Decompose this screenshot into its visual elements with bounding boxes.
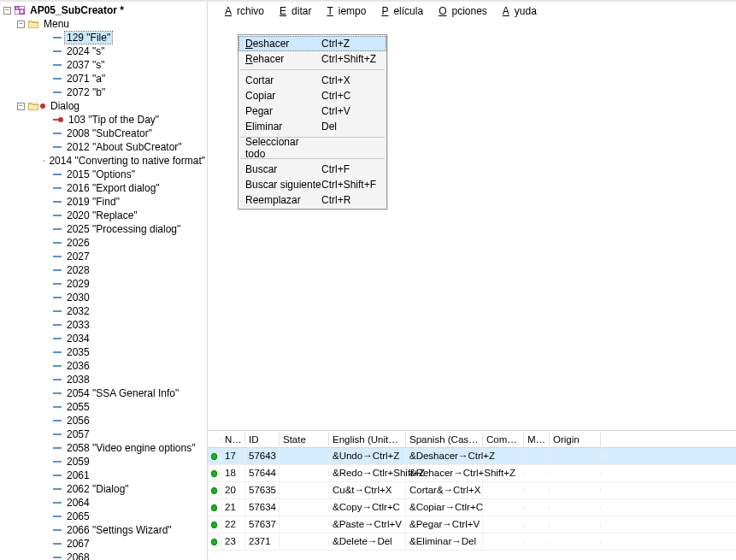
dropdown-item[interactable]: Buscar siguienteCtrl+Shift+F — [238, 177, 386, 192]
tree-item-label[interactable]: 2065 — [65, 510, 91, 522]
dropdown-item[interactable]: DeshacerCtrl+Z — [238, 36, 386, 51]
grid-row[interactable]: 2057635Cu&t→Ctrl+XCortar&→Ctrl+X — [208, 482, 736, 499]
cell-n: 18 — [221, 465, 245, 481]
grid-column-header[interactable]: State — [280, 433, 329, 446]
tree-item-label[interactable]: 2015 "Options" — [65, 168, 137, 180]
tree-panel[interactable]: −AP05_SubCreator *−Menu129 "File"2024 "s… — [0, 2, 208, 560]
tree-item-label[interactable]: Menu — [42, 18, 71, 30]
grid-column-header[interactable]: N… — [221, 433, 245, 446]
status-flag — [208, 519, 221, 531]
resource-icon — [53, 297, 62, 298]
tree-item-label[interactable]: 2038 — [65, 374, 91, 386]
tree-item-label[interactable]: 2059 — [65, 456, 91, 468]
tree-item-label[interactable]: 2057 — [65, 428, 91, 440]
tree-toggle[interactable]: − — [17, 103, 25, 110]
tree-item-label[interactable]: 2014 "Converting to native format" — [47, 155, 207, 167]
dropdown-item[interactable]: Seleccionar todo — [238, 140, 386, 156]
tree-item-label[interactable]: 2036 — [65, 360, 91, 372]
tree-item-label[interactable]: 2024 "s" — [65, 45, 107, 57]
dropdown-item[interactable]: RehacerCtrl+Shift+Z — [238, 51, 386, 67]
tree-item-label[interactable]: 2012 "About SubCreator" — [65, 141, 184, 153]
tree-item-label[interactable]: 2032 — [65, 305, 91, 317]
cell-comm — [483, 488, 524, 493]
tree-item-label[interactable]: AP05_SubCreator * — [28, 4, 126, 16]
tree-item-label[interactable]: 2067 — [65, 538, 91, 550]
tree-item-label[interactable]: 2056 — [65, 415, 91, 427]
grid-column-header[interactable]: ID — [245, 433, 280, 446]
dropdown-item[interactable]: ReemplazarCtrl+R — [238, 192, 386, 208]
menu-item[interactable]: Ayuda — [492, 3, 542, 19]
resource-icon — [53, 187, 62, 189]
tree-item-label[interactable]: 103 "Tip of the Day" — [67, 114, 161, 126]
resource-icon — [53, 91, 62, 93]
grid-column-header[interactable]: English (Unit… — [329, 433, 406, 446]
tree-item-label[interactable]: 2054 "SSA General Info" — [65, 387, 180, 399]
tree-item-label[interactable]: 2026 — [65, 237, 91, 249]
tree-item-label[interactable]: 2030 — [65, 292, 91, 304]
grid-column-header[interactable]: Spanish (Cast… — [406, 433, 483, 446]
dropdown-item[interactable]: CopiarCtrl+C — [238, 88, 386, 103]
tree-item-label[interactable]: 2064 — [65, 497, 91, 509]
cell-comm — [483, 454, 524, 459]
resource-icon — [53, 78, 62, 80]
menu-item[interactable]: Tiempo — [316, 3, 371, 19]
tree-toggle[interactable]: − — [17, 21, 25, 28]
tree-item-label[interactable]: 2025 "Processing dialog" — [65, 223, 182, 235]
resource-icon — [53, 50, 62, 52]
cell-comm — [483, 522, 524, 528]
dropdown-item[interactable]: BuscarCtrl+F — [238, 162, 386, 177]
resource-icon — [53, 174, 62, 175]
resource-icon — [53, 406, 62, 408]
tree-item-label[interactable]: 2066 "Settings Wizard" — [65, 524, 174, 536]
resource-icon — [53, 529, 62, 531]
grid-row[interactable]: 2157634&Copy→Ctlr+C&Copiar→Ctlr+C — [208, 499, 736, 516]
tree-item-label[interactable]: 2033 — [65, 319, 91, 331]
tree-item-label[interactable]: 2061 — [65, 469, 91, 481]
tree-item-label[interactable]: 2035 — [65, 346, 91, 358]
tree-item-label[interactable]: 2037 "s" — [65, 59, 107, 71]
grid-column-header[interactable]: Ma… — [524, 433, 550, 446]
tree-item-label[interactable]: 2028 — [65, 264, 91, 276]
grid-column-header[interactable]: Origin — [550, 433, 601, 446]
tree-item-label[interactable]: 2027 — [65, 251, 91, 262]
tree-item-label[interactable]: 2034 — [65, 333, 91, 345]
tree-item-label[interactable]: 2029 — [65, 278, 91, 290]
app-root: −AP05_SubCreator *−Menu129 "File"2024 "s… — [0, 0, 736, 560]
tree-item-label[interactable]: 2020 "Replace" — [65, 209, 139, 221]
cell-state — [280, 454, 329, 459]
grid-column-header[interactable]: Comm… — [483, 433, 524, 446]
tree-item-label[interactable]: 129 "File" — [65, 32, 112, 44]
tree-item-label[interactable]: 2055 — [65, 401, 91, 413]
menu-item[interactable]: Archivo — [215, 3, 269, 19]
dropdown-item[interactable]: EliminarDel — [238, 119, 386, 134]
tree-item-label[interactable]: 2058 "Video engine options" — [65, 442, 197, 454]
resource-icon — [53, 488, 62, 490]
tree-item-label[interactable]: 2062 "Dialog" — [65, 483, 131, 495]
grid-row[interactable]: 2257637&Paste→Ctrl+V&Pegar→Ctrl+V — [208, 516, 736, 533]
grid-row[interactable]: 232371&Delete→Del&Eliminar→Del — [208, 533, 736, 551]
cell-origin — [550, 522, 601, 528]
grid-row[interactable]: 1757643&Undo→Ctrl+Z&Deshacer→Ctrl+Z — [208, 448, 736, 465]
tree-item-label[interactable]: 2072 "b" — [65, 86, 107, 98]
tree-item-label[interactable]: 2019 "Find" — [65, 196, 121, 208]
menu-item[interactable]: Película — [371, 3, 428, 19]
resource-icon — [53, 201, 62, 203]
edit-dropdown: DeshacerCtrl+ZRehacerCtrl+Shift+ZCortarC… — [238, 34, 387, 209]
dropdown-item[interactable]: PegarCtrl+V — [238, 103, 386, 119]
cell-en: &Delete→Del — [329, 533, 406, 550]
grid-column-header[interactable] — [208, 438, 221, 441]
tree-item-label[interactable]: 2071 "a" — [65, 73, 107, 85]
menu-item[interactable]: Opciones — [428, 3, 492, 19]
tree-item-label[interactable]: 2016 "Export dialog" — [65, 182, 162, 194]
tree-item-label[interactable]: 2008 "SubCreator" — [65, 127, 154, 139]
dropdown-item[interactable]: CortarCtrl+X — [238, 73, 386, 88]
tree-toggle[interactable]: − — [3, 7, 11, 15]
status-flag — [208, 485, 221, 497]
right-panel: ArchivoEditarTiempoPelículaOpcionesAyuda… — [208, 2, 736, 560]
tree-item-label[interactable]: 2068 — [65, 551, 91, 560]
grid-row[interactable]: 1857644&Redo→Ctlr+Shift+Z&Rehacer→Ctrl+S… — [208, 465, 736, 482]
menu-item[interactable]: Editar — [269, 3, 316, 19]
cell-origin — [550, 471, 601, 476]
tree-item-label[interactable]: Dialog — [49, 100, 81, 112]
grid-body[interactable]: 1757643&Undo→Ctrl+Z&Deshacer→Ctrl+Z18576… — [208, 448, 736, 560]
